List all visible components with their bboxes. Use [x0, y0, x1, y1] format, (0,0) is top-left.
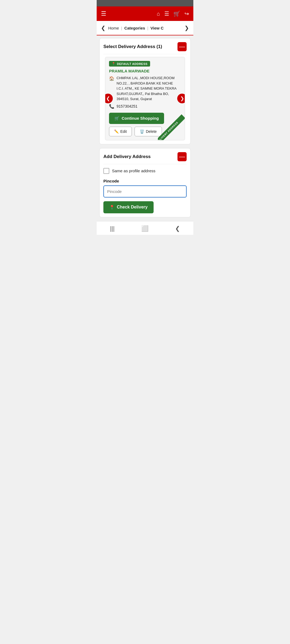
add-delivery-collapse-btn[interactable]: — [177, 152, 187, 161]
add-delivery-title: Add Delivery Address [103, 154, 151, 159]
continue-shopping-label: Continue Shopping [122, 116, 159, 120]
phone-number: 9157304251 [117, 104, 137, 108]
edit-address-btn[interactable]: ✏️ Edit [109, 127, 132, 136]
home-icon[interactable]: ⌂ [157, 11, 160, 17]
bottom-nav: ||| ⬜ ❮ [97, 221, 193, 235]
badge-text: DEFAULT ADDRESS [117, 62, 148, 65]
check-delivery-label: Check Delivery [117, 205, 148, 210]
select-delivery-collapse-btn[interactable]: — [177, 42, 187, 51]
header: ☰ ⌂ ☰ 🛒 ↪ [97, 6, 193, 21]
address-line: 🏠 CHMPAK LAL ,MODI HOUSE,ROOM NO.22, , B… [109, 75, 181, 102]
nav-viewc[interactable]: View C [150, 26, 164, 30]
check-delivery-btn[interactable]: 📍 Check Delivery [103, 201, 154, 213]
same-as-profile-row: Same as profile address [103, 168, 187, 174]
address-text: CHMPAK LAL ,MODI HOUSE,ROOM NO.22, , BAR… [117, 75, 181, 102]
same-as-profile-checkbox[interactable] [103, 168, 109, 174]
cart-icon[interactable]: 🛒 [173, 10, 180, 17]
delivery-ribbon: 🚚 DELIVERY ADDRESS [158, 113, 185, 140]
pincode-label: Pincode [103, 179, 187, 183]
delete-label: Delete [146, 129, 157, 134]
ribbon-label: DELIVERY ADDRESS [158, 121, 179, 140]
nav-items: Home | Categories | View C [108, 26, 182, 30]
address-name: PRAMILA MARWADE [109, 69, 181, 73]
status-bar [97, 0, 193, 6]
page-content: Select Delivery Address (1) — ❮ 📍 DEFAUL… [97, 35, 193, 220]
nav-next-arrow[interactable]: ❯ [183, 24, 191, 32]
nav-categories[interactable]: Categories [124, 26, 145, 30]
edit-label: Edit [120, 129, 127, 134]
bottom-menu-icon[interactable]: ||| [110, 225, 115, 232]
select-delivery-header: Select Delivery Address (1) — [100, 38, 190, 54]
nav-sep-1: | [121, 26, 122, 30]
cart-btn-icon: 🛒 [114, 116, 119, 121]
list-icon[interactable]: ☰ [164, 10, 169, 17]
add-delivery-form: Same as profile address Pincode 📍 Check … [100, 164, 190, 217]
phone-icon: 📞 [109, 104, 114, 109]
select-delivery-card: Select Delivery Address (1) — ❮ 📍 DEFAUL… [99, 38, 191, 144]
header-icons: ⌂ ☰ 🛒 ↪ [157, 10, 189, 17]
add-delivery-card: Add Delivery Address — Same as profile a… [99, 148, 191, 217]
nav-prev-arrow[interactable]: ❮ [99, 24, 107, 32]
carousel-next-btn[interactable]: ❯ [177, 94, 185, 103]
phone-line: 📞 9157304251 [109, 104, 181, 109]
menu-icon[interactable]: ☰ [101, 10, 106, 17]
pincode-input[interactable] [103, 185, 187, 197]
ribbon-text: 🚚 DELIVERY ADDRESS [158, 114, 185, 140]
edit-icon: ✏️ [114, 129, 119, 134]
continue-shopping-btn[interactable]: 🛒 Continue Shopping [109, 113, 164, 124]
bottom-back-icon[interactable]: ❮ [175, 225, 180, 232]
home-address-icon: 🏠 [109, 76, 114, 81]
delete-icon: 🗑️ [140, 129, 144, 134]
logout-icon[interactable]: ↪ [184, 10, 189, 17]
bottom-home-icon[interactable]: ⬜ [141, 225, 148, 232]
address-carousel: ❮ 📍 DEFAULT ADDRESS PRAMILA MARWADE 🏠 CH… [105, 57, 185, 140]
add-delivery-header: Add Delivery Address — [100, 148, 190, 164]
badge-icon: 📍 [112, 62, 116, 65]
nav-home[interactable]: Home [108, 26, 119, 30]
nav-bar: ❮ Home | Categories | View C ❯ [97, 21, 193, 35]
nav-sep-2: | [147, 26, 148, 30]
same-as-profile-label: Same as profile address [112, 169, 155, 173]
location-icon: 📍 [109, 205, 115, 210]
select-delivery-divider [103, 54, 187, 54]
select-delivery-title: Select Delivery Address (1) [103, 44, 162, 49]
carousel-prev-btn[interactable]: ❮ [105, 94, 113, 103]
default-address-badge: 📍 DEFAULT ADDRESS [109, 61, 150, 67]
